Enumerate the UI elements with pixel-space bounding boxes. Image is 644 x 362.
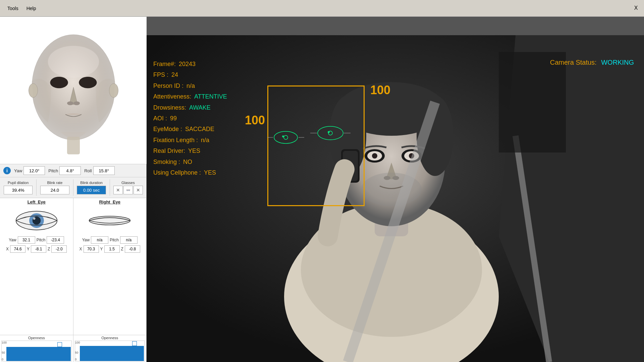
right-eye-x-input[interactable] bbox=[84, 245, 99, 253]
eye-mode-info: EyeMode : SACCADE bbox=[153, 124, 227, 134]
pitch-field: Pitch bbox=[48, 166, 81, 175]
yaw-field: Yaw bbox=[14, 166, 45, 175]
glasses-icon-x1: ✕ bbox=[113, 186, 123, 194]
right-eye-openness-panel: Openness 100 50 0 bbox=[73, 335, 147, 362]
right-eye-visual bbox=[83, 207, 137, 234]
person-id-info: Person ID : n/a bbox=[153, 80, 227, 91]
right-eye-xyz-fields: X Y Z bbox=[79, 245, 140, 253]
blink-rate-value: 24.0 bbox=[40, 186, 69, 194]
blink-duration-box: Blink duration 0.00 sec bbox=[73, 179, 110, 196]
face-3d-area bbox=[0, 17, 147, 164]
right-eye-yaw-input[interactable] bbox=[91, 236, 108, 244]
score-right: 100 bbox=[370, 83, 390, 97]
blink-duration-value: 0.00 sec bbox=[77, 186, 106, 194]
yaw-input[interactable] bbox=[23, 166, 45, 175]
face-3d-model bbox=[20, 23, 127, 158]
smoking-info: Smoking : NO bbox=[153, 157, 227, 167]
real-driver-info: Real Driver: YES bbox=[153, 145, 227, 156]
menu-tools[interactable]: Tools bbox=[3, 4, 22, 13]
frame-info: Frame#: 20243 bbox=[153, 59, 227, 69]
cellphone-info: Using Cellphone : YES bbox=[153, 167, 227, 178]
right-eye-z-input[interactable] bbox=[125, 245, 140, 253]
openness-section: Openness 100 50 0 Openness 100 50 0 bbox=[0, 335, 146, 362]
right-eye-panel: Right_Eye Yaw Pitch X Y Z bbox=[73, 198, 147, 335]
left-eye-pitch-input[interactable] bbox=[47, 236, 64, 244]
svg-rect-8 bbox=[67, 137, 79, 154]
svg-point-26 bbox=[372, 153, 377, 159]
pupil-dilation-box: Pupil dilation 39.4% bbox=[0, 179, 37, 196]
face-bounding-box: 100 100 bbox=[267, 85, 365, 206]
camera-feed: Frame#: 20243 FPS : 24 Person ID : n/a A… bbox=[147, 35, 644, 362]
drowsiness-info: Drowsiness: AWAKE bbox=[153, 102, 227, 113]
fps-info: FPS : 24 bbox=[153, 69, 227, 80]
roll-field: Roll bbox=[84, 166, 114, 175]
left-eye-openness-panel: Openness 100 50 0 bbox=[0, 335, 73, 362]
left-eye-panel: Left_Eye Yaw Pitch bbox=[0, 198, 73, 335]
svg-rect-33 bbox=[499, 52, 566, 153]
left-eye-xyz-fields: X Y Z bbox=[6, 245, 67, 253]
svg-point-1 bbox=[48, 46, 99, 77]
camera-status: Camera Status: WORKING bbox=[550, 59, 634, 66]
close-button[interactable]: X bbox=[631, 3, 641, 13]
attentiveness-info: Attentiveness: ATTENTIVE bbox=[153, 91, 227, 102]
glasses-icon-slash: 👓 bbox=[123, 186, 133, 194]
right-eye-title: Right_Eye bbox=[99, 199, 120, 204]
svg-point-3 bbox=[79, 77, 97, 88]
right-panel: Frame#: 20243 FPS : 24 Person ID : n/a A… bbox=[147, 17, 644, 362]
aoi-info: AOI : 99 bbox=[153, 113, 227, 124]
svg-point-12 bbox=[33, 217, 35, 220]
left-eye-x-input[interactable] bbox=[10, 245, 25, 253]
left-eye-z-input[interactable] bbox=[51, 245, 67, 253]
info-icon: i bbox=[3, 167, 11, 174]
svg-point-5 bbox=[73, 101, 80, 105]
left-eye-title: Left_Eye bbox=[28, 199, 46, 204]
fixation-info: Fixation Length : n/a bbox=[153, 135, 227, 145]
left-eye-visual bbox=[10, 207, 63, 234]
menu-help[interactable]: Help bbox=[22, 4, 40, 13]
roll-input[interactable] bbox=[93, 166, 115, 175]
glasses-box: Glasses ✕ 👓 ✕ bbox=[110, 179, 146, 196]
right-eye-y-input[interactable] bbox=[104, 245, 120, 253]
blink-rate-box: Blink rate 24.0 bbox=[37, 179, 73, 196]
camera-info: Frame#: 20243 FPS : 24 Person ID : n/a A… bbox=[153, 59, 227, 178]
svg-point-4 bbox=[67, 101, 73, 105]
glasses-icons: ✕ 👓 ✕ bbox=[113, 186, 143, 194]
right-eye-pitch-input[interactable] bbox=[120, 236, 138, 244]
eyes-section: Left_Eye Yaw Pitch bbox=[0, 198, 146, 335]
svg-point-2 bbox=[50, 77, 68, 88]
left-eye-angle-fields: Yaw Pitch bbox=[9, 236, 64, 244]
pupil-dilation-value: 39.4% bbox=[4, 186, 33, 194]
left-eye-y-input[interactable] bbox=[31, 245, 46, 253]
left-eye-yaw-input[interactable] bbox=[18, 236, 35, 244]
camera-top-bar bbox=[147, 17, 644, 35]
pitch-input[interactable] bbox=[59, 166, 81, 175]
score-left: 100 bbox=[245, 113, 265, 127]
right-eye-angle-fields: Yaw Pitch bbox=[82, 236, 138, 244]
glasses-icon-x2: ✕ bbox=[133, 186, 143, 194]
left-panel: i Yaw Pitch Roll Pupil dilation 39.4% Bl… bbox=[0, 17, 147, 362]
info-row: i Yaw Pitch Roll bbox=[0, 164, 146, 177]
menu-bar: Tools Help X bbox=[0, 0, 644, 17]
metrics-row: Pupil dilation 39.4% Blink rate 24.0 Bli… bbox=[0, 177, 146, 198]
